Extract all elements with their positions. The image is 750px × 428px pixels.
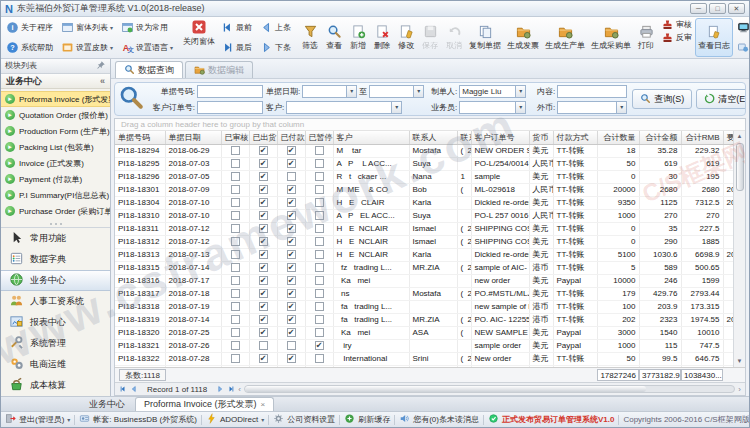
- date-from-select[interactable]: ▾: [302, 85, 357, 98]
- status-item[interactable]: 刷新缓存: [344, 413, 390, 426]
- ribbon-small-button[interactable]: ?系统帮助: [3, 41, 56, 54]
- module-group-header[interactable]: 业务中心 «: [1, 74, 110, 90]
- horizontal-scrollbar[interactable]: [244, 385, 735, 393]
- ribbon-large-button[interactable]: 保存: [418, 18, 442, 57]
- ribbon-large-button[interactable]: 新增: [346, 18, 370, 57]
- view-log-button[interactable]: 查看日志: [695, 18, 733, 57]
- status-item[interactable]: 帐套: BusinessDB (外贸系统): [79, 413, 197, 426]
- main-tab[interactable]: 数据编辑: [185, 61, 253, 78]
- ribbon-small-button[interactable]: 审核: [658, 18, 695, 31]
- column-header[interactable]: 已暂停: [305, 131, 333, 144]
- document-tab[interactable]: 业务中心: [81, 397, 133, 411]
- table-row[interactable]: PI18-183102018-07-10✔✔A P EL ACC...SuyaP…: [115, 209, 735, 222]
- table-row[interactable]: PI18-183172018-07-18✔✔ nsMostafa( 2PO.#M…: [115, 287, 735, 300]
- close-form-button[interactable]: 关闭窗体: [180, 18, 218, 48]
- date-to-select[interactable]: ▾: [369, 85, 424, 98]
- sidebar-module-item[interactable]: ▸Payment (付款单): [1, 171, 110, 187]
- ribbon-large-button[interactable]: 筛选: [298, 18, 322, 57]
- ribbon-small-button[interactable]: 下条: [257, 41, 294, 54]
- ribbon-large-button[interactable]: 打印: [634, 18, 658, 57]
- maker-select[interactable]: Maggie Liu▾: [459, 85, 526, 98]
- table-row[interactable]: PI18-183192018-07-14✔✔ fa trading L...MR…: [115, 313, 735, 326]
- scroll-thumb[interactable]: [245, 386, 646, 392]
- table-row[interactable]: PI18-183042018-07-10✔✔H E CLAIRKarlaDick…: [115, 196, 735, 209]
- minimize-button[interactable]: ─: [690, 3, 707, 14]
- ribbon-large-button[interactable]: 删除: [370, 18, 394, 57]
- ribbon-small-button[interactable]: i关于程序: [3, 21, 56, 34]
- sidebar-nav-item[interactable]: 人事工资系统: [1, 291, 110, 312]
- first-record-button[interactable]: [119, 385, 127, 393]
- ribbon-small-button[interactable]: A文设置语言▾: [118, 41, 176, 54]
- table-row[interactable]: PI18-183222018-07-28✔✔ InternationalSrin…: [115, 352, 735, 365]
- table-row[interactable]: PI18-183112018-07-12✔✔H E NCLAIRIsmael( …: [115, 222, 735, 235]
- ribbon-large-button[interactable]: 查看: [322, 18, 346, 57]
- sidebar-nav-item[interactable]: 数据字典: [1, 249, 110, 270]
- column-header[interactable]: 合计数量: [597, 131, 639, 144]
- ribbon-small-button[interactable]: 设为常用: [118, 21, 176, 34]
- document-tab[interactable]: Proforma Invoice (形式发票)×: [135, 397, 274, 411]
- status-item[interactable]: ADODirect▾: [206, 413, 264, 426]
- ribbon-large-button[interactable]: 取消: [442, 18, 466, 57]
- scroll-thumb[interactable]: [736, 143, 744, 191]
- ribbon-small-button[interactable]: 最后: [218, 41, 255, 54]
- sidebar-module-item[interactable]: ▸P.I Summary(PI信息总表): [1, 187, 110, 203]
- sidebar-module-item[interactable]: ▸Invoice (正式发票): [1, 155, 110, 171]
- status-item[interactable]: 登出(管理员)▾: [5, 413, 70, 426]
- vertical-scrollbar[interactable]: ▲ ▼: [733, 131, 745, 367]
- ribbon-small-button[interactable]: 最前: [218, 21, 255, 34]
- ribbon-small-button[interactable]: 设置皮肤▾: [58, 41, 116, 54]
- sidebar-module-item[interactable]: ▸Purchase Order (采购订单): [1, 203, 110, 219]
- doc-no-input[interactable]: [197, 85, 263, 98]
- sidebar-module-item[interactable]: ▸Production Form (生产单): [1, 123, 110, 139]
- column-header[interactable]: 联系人: [409, 131, 457, 144]
- column-header[interactable]: 合计金额: [639, 131, 681, 144]
- table-row[interactable]: PI18-183182018-07-19✔✔ fa trading L...ne…: [115, 300, 735, 313]
- status-item[interactable]: 公司资料设置: [273, 413, 335, 426]
- ribbon-large-button[interactable]: 复制单据: [466, 18, 504, 57]
- column-header[interactable]: 已出货: [249, 131, 277, 144]
- ribbon-large-button[interactable]: 生成采购单: [588, 18, 634, 57]
- table-row[interactable]: PI18-183132018-07-13✔✔H E NCLAIRKarlaDic…: [115, 248, 735, 261]
- column-header[interactable]: 客户: [333, 131, 409, 144]
- sidebar-module-item[interactable]: ▸Packing List (包装单): [1, 139, 110, 155]
- status-item[interactable]: 您有(0)条未读消息: [399, 413, 479, 426]
- sidebar-nav-item[interactable]: 系统管理: [1, 333, 110, 354]
- customer-select[interactable]: ▾: [286, 101, 402, 114]
- scroll-left-icon[interactable]: ‹: [238, 385, 241, 394]
- sidebar-nav-item[interactable]: 电商运维: [1, 354, 110, 375]
- maximize-button[interactable]: □: [709, 3, 726, 14]
- ribbon-small-button[interactable]: 上条: [257, 21, 294, 34]
- column-header[interactable]: 已付款: [277, 131, 305, 144]
- table-row[interactable]: PI18-183202018-07-25✔✔ Ka meiASA( NEW SA…: [115, 326, 735, 339]
- sidebar-nav-item[interactable]: 常用功能: [1, 228, 110, 249]
- scroll-down-icon[interactable]: ▼: [737, 356, 743, 367]
- column-header[interactable]: 已审核: [221, 131, 249, 144]
- column-header[interactable]: 联系电话: [457, 131, 471, 144]
- content-input[interactable]: [557, 85, 627, 98]
- table-row[interactable]: PI18-183212018-07-26✔ irysample order美元P…: [115, 339, 735, 352]
- query-button[interactable]: 查询(S): [632, 89, 692, 109]
- column-header[interactable]: 单据号码: [115, 131, 165, 144]
- currency-select[interactable]: ▾: [557, 101, 627, 114]
- table-row[interactable]: PI18-182962018-07-05✔R t ckaer ...Nana1s…: [115, 170, 735, 183]
- close-tab-icon[interactable]: ×: [261, 400, 266, 409]
- table-row[interactable]: PI18-183012018-07-09✔✔M ME & COBob( ML-0…: [115, 183, 735, 196]
- table-row[interactable]: PI18-182942018-06-29✔✔M tarMostafa( 2NEW…: [115, 144, 735, 157]
- table-row[interactable]: PI18-182952018-07-03✔✔A P L ACC...SuyaPO…: [115, 157, 735, 170]
- column-header[interactable]: 合计RMB: [681, 131, 723, 144]
- ribbon-large-button[interactable]: 生成发票: [504, 18, 542, 57]
- column-header[interactable]: 单据日期: [165, 131, 221, 144]
- sidebar-module-item[interactable]: ▸Proforma Invoice (形式发票): [1, 91, 110, 107]
- ribbon-large-button[interactable]: 修改: [394, 18, 418, 57]
- group-by-bar[interactable]: Drag a column header here to group by th…: [115, 119, 745, 131]
- status-item[interactable]: Copyrights 2006-2016 C/S框架网版权所有: [623, 414, 749, 425]
- last-record-button[interactable]: [227, 385, 235, 393]
- ribbon-large-button[interactable]: 生成生产单: [542, 18, 588, 57]
- salesman-select[interactable]: ▾: [459, 101, 526, 114]
- prev-record-button[interactable]: [130, 385, 138, 393]
- table-row[interactable]: PI18-183122018-07-12✔✔H E NCLAIRIsmael( …: [115, 235, 735, 248]
- scroll-up-icon[interactable]: ▲: [737, 131, 743, 142]
- column-header[interactable]: 货币: [529, 131, 553, 144]
- sidebar-nav-item[interactable]: 报表中心: [1, 312, 110, 333]
- close-button[interactable]: ✕: [728, 3, 745, 14]
